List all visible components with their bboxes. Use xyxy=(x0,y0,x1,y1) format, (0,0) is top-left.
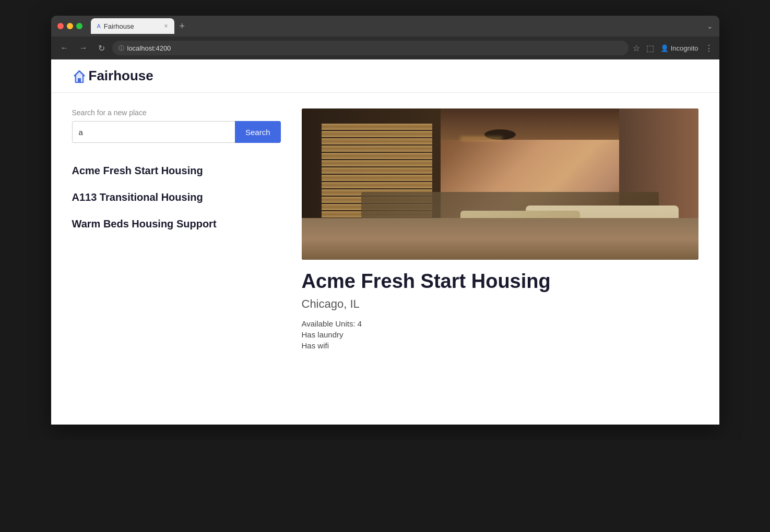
search-label: Search for a new place xyxy=(72,108,281,117)
tab-label: Fairhouse xyxy=(104,22,134,30)
logo-text: Fairhouse xyxy=(89,68,153,84)
site-header: Fairhouse xyxy=(51,59,719,93)
browser-titlebar: A Fairhouse × + ⌄ xyxy=(51,16,719,37)
svg-rect-0 xyxy=(78,78,81,82)
light-glow xyxy=(460,137,502,141)
amenity-wifi: Has wifi xyxy=(302,341,698,350)
new-tab-button[interactable]: + xyxy=(176,21,188,32)
tab-chevron-icon[interactable]: ⌄ xyxy=(707,22,713,30)
tab-close-button[interactable]: × xyxy=(164,22,168,30)
logo-house-icon xyxy=(72,69,87,83)
page-content: Fairhouse Search for a new place Search … xyxy=(51,59,719,425)
toolbar-actions: ☆ ⬚ 👤 Incognito ⋮ xyxy=(633,43,713,53)
listing-item[interactable]: A113 Transitional Housing xyxy=(72,185,281,210)
property-image xyxy=(302,108,698,260)
forward-button[interactable]: → xyxy=(76,41,91,55)
left-panel: Search for a new place Search Acme Fresh… xyxy=(72,108,281,350)
tab-favicon-icon: A xyxy=(97,23,101,29)
back-button[interactable]: ← xyxy=(57,41,72,55)
available-units: Available Units: 4 xyxy=(302,319,698,328)
property-title: Acme Fresh Start Housing xyxy=(302,270,698,293)
incognito-label: Incognito xyxy=(671,44,698,52)
menu-icon[interactable]: ⋮ xyxy=(705,43,713,53)
logo-container[interactable]: Fairhouse xyxy=(72,68,153,84)
main-layout: Search for a new place Search Acme Fresh… xyxy=(51,93,719,366)
listing-item[interactable]: Acme Fresh Start Housing xyxy=(72,159,281,183)
maximize-traffic-light[interactable] xyxy=(76,23,82,29)
property-details: Available Units: 4 Has laundry Has wifi xyxy=(302,319,698,350)
tab-bar: A Fairhouse × + xyxy=(91,18,703,34)
room-illustration xyxy=(302,108,698,260)
url-display: localhost:4200 xyxy=(127,44,622,52)
incognito-button[interactable]: 👤 Incognito xyxy=(660,44,698,52)
minimize-traffic-light[interactable] xyxy=(67,23,73,29)
bookmark-icon[interactable]: ☆ xyxy=(633,43,640,53)
room-floor xyxy=(302,218,698,260)
cast-icon[interactable]: ⬚ xyxy=(646,43,654,53)
property-location: Chicago, IL xyxy=(302,297,698,311)
incognito-icon: 👤 xyxy=(660,44,669,52)
reload-button[interactable]: ↻ xyxy=(95,41,108,55)
right-panel: Acme Fresh Start Housing Chicago, IL Ava… xyxy=(302,108,698,350)
search-button[interactable]: Search xyxy=(235,121,281,143)
address-bar[interactable]: ⓘ localhost:4200 xyxy=(112,41,629,55)
amenity-laundry: Has laundry xyxy=(302,330,698,339)
active-tab[interactable]: A Fairhouse × xyxy=(91,18,174,34)
search-input[interactable] xyxy=(72,121,235,143)
listing-list: Acme Fresh Start Housing A113 Transition… xyxy=(72,159,281,236)
search-row: Search xyxy=(72,121,281,143)
secure-icon: ⓘ xyxy=(119,44,124,52)
browser-toolbar: ← → ↻ ⓘ localhost:4200 ☆ ⬚ 👤 Incognito ⋮ xyxy=(51,37,719,59)
traffic-lights xyxy=(57,23,82,29)
listing-item[interactable]: Warm Beds Housing Support xyxy=(72,212,281,236)
close-traffic-light[interactable] xyxy=(57,23,64,29)
